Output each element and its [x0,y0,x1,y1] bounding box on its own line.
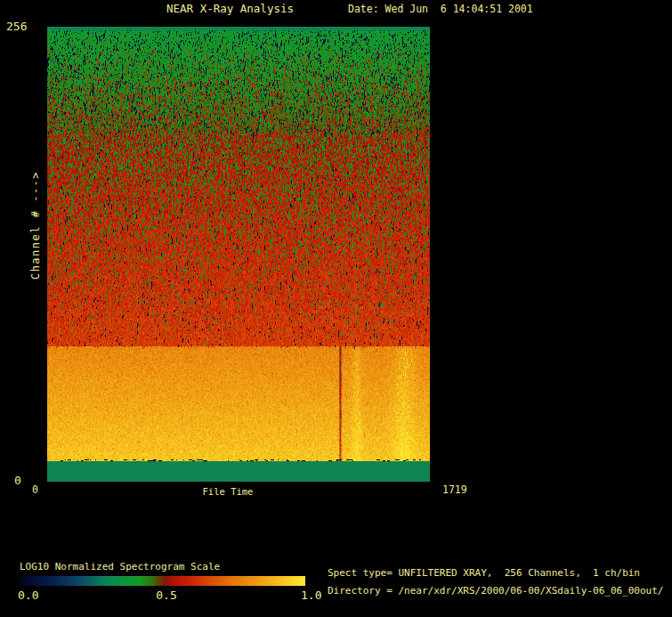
spectrogram-heatmap [47,27,430,482]
colorbar-tick-max: 1.0 [301,589,321,601]
colorbar-tick-mid: 0.5 [156,589,176,601]
spect-type-label: Spect type= UNFILTERED XRAY, 256 Channel… [328,568,640,578]
directory-label: Directory = /near/xdr/XRS/2000/06-00/XSd… [328,586,664,596]
x-axis-min-label: 0 [32,485,38,496]
y-axis-title: Channel # ---> [29,171,42,280]
chart-title: NEAR X-Ray Analysis [166,4,294,15]
x-axis-max-label: 1719 [442,485,467,496]
colorbar-tick-min: 0.0 [18,589,38,601]
near-xray-analysis-window: NEAR X-Ray Analysis Date: Wed Jun 6 14:0… [0,0,672,617]
y-axis-max-label: 256 [6,20,27,32]
colorbar-title: LOG10 Normalized Spectrogram Scale [20,562,220,572]
x-axis-title: File Time [203,487,254,497]
colorbar-gradient [20,576,305,586]
y-axis-min-label: 0 [14,475,21,486]
date-label: Date: Wed Jun 6 14:04:51 2001 [348,4,533,15]
